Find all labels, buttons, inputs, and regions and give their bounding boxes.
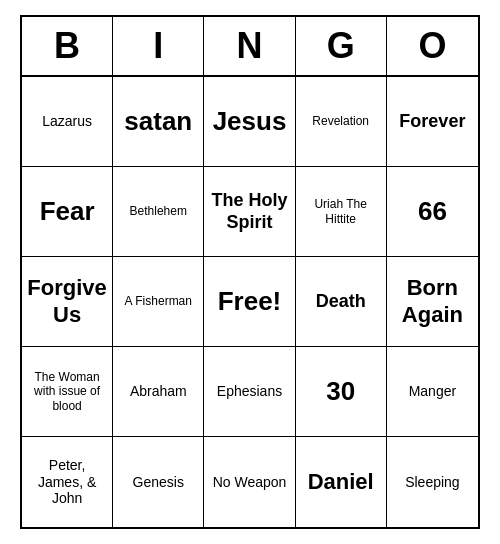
- bingo-cell-12: Free!: [204, 257, 295, 347]
- bingo-cell-10: Forgive Us: [22, 257, 113, 347]
- bingo-cell-24: Sleeping: [387, 437, 478, 527]
- bingo-cell-4: Forever: [387, 77, 478, 167]
- header-letter-g: G: [296, 17, 387, 75]
- bingo-cell-11: A Fisherman: [113, 257, 204, 347]
- bingo-cell-13: Death: [296, 257, 387, 347]
- bingo-cell-20: Peter, James, & John: [22, 437, 113, 527]
- bingo-cell-3: Revelation: [296, 77, 387, 167]
- bingo-cell-22: No Weapon: [204, 437, 295, 527]
- bingo-cell-2: Jesus: [204, 77, 295, 167]
- header-letter-o: O: [387, 17, 478, 75]
- header-letter-n: N: [204, 17, 295, 75]
- bingo-cell-15: The Woman with issue of blood: [22, 347, 113, 437]
- header-letter-b: B: [22, 17, 113, 75]
- bingo-cell-17: Ephesians: [204, 347, 295, 437]
- bingo-cell-18: 30: [296, 347, 387, 437]
- bingo-cell-8: Uriah The Hittite: [296, 167, 387, 257]
- bingo-cell-5: Fear: [22, 167, 113, 257]
- bingo-cell-21: Genesis: [113, 437, 204, 527]
- bingo-cell-19: Manger: [387, 347, 478, 437]
- header-letter-i: I: [113, 17, 204, 75]
- bingo-cell-1: satan: [113, 77, 204, 167]
- bingo-cell-6: Bethlehem: [113, 167, 204, 257]
- bingo-cell-16: Abraham: [113, 347, 204, 437]
- bingo-cell-23: Daniel: [296, 437, 387, 527]
- bingo-grid: LazarussatanJesusRevelationForeverFearBe…: [22, 77, 478, 527]
- bingo-cell-9: 66: [387, 167, 478, 257]
- bingo-card: BINGO LazarussatanJesusRevelationForever…: [20, 15, 480, 529]
- bingo-cell-14: Born Again: [387, 257, 478, 347]
- bingo-cell-0: Lazarus: [22, 77, 113, 167]
- bingo-header: BINGO: [22, 17, 478, 77]
- bingo-cell-7: The Holy Spirit: [204, 167, 295, 257]
